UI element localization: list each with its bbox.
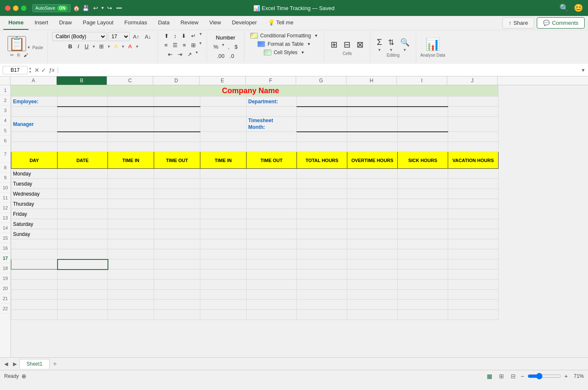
cell-A13[interactable]: Saturday: [11, 219, 58, 229]
cell-A20[interactable]: [11, 290, 58, 300]
cell-C14[interactable]: [108, 229, 154, 239]
cell-E10[interactable]: [200, 189, 247, 199]
cell-J5[interactable]: [448, 132, 499, 142]
cell-H3[interactable]: [347, 107, 398, 117]
cell-C15[interactable]: [108, 239, 154, 249]
cell-F13[interactable]: [247, 219, 297, 229]
cell-company-name[interactable]: Company Name: [154, 86, 347, 97]
row-num-7[interactable]: 7: [0, 146, 10, 162]
cell-D8[interactable]: [154, 169, 200, 179]
cell-B11[interactable]: [58, 199, 108, 209]
cell-I8[interactable]: [398, 169, 448, 179]
sum-dropdown[interactable]: ▼: [378, 48, 381, 52]
cell-ref-arrows[interactable]: ▲ ▼: [29, 66, 32, 74]
wrap-dropdown[interactable]: ▼: [199, 32, 202, 40]
cell-J10[interactable]: [448, 189, 499, 199]
cell-G12[interactable]: [297, 209, 347, 219]
cell-H16[interactable]: [347, 249, 398, 259]
cell-C13[interactable]: [108, 219, 154, 229]
cell-D13[interactable]: [154, 219, 200, 229]
cell-styles-item[interactable]: Cell Styles ▼: [262, 49, 307, 56]
cell-D22[interactable]: [154, 310, 200, 320]
cell-F20[interactable]: [247, 290, 297, 300]
sort-filter-btn[interactable]: ⇅: [386, 37, 396, 48]
cell-I14[interactable]: [398, 229, 448, 239]
cell-H20[interactable]: [347, 290, 398, 300]
row-num-13[interactable]: 13: [0, 213, 10, 223]
cell-J20[interactable]: [448, 290, 499, 300]
cell-H6[interactable]: [347, 142, 398, 152]
row-num-17[interactable]: 17: [0, 253, 10, 263]
cell-H4[interactable]: [347, 117, 398, 132]
zoom-minus-icon[interactable]: −: [521, 373, 524, 380]
cell-J19[interactable]: [448, 280, 499, 290]
cell-E22[interactable]: [200, 310, 247, 320]
cell-F14[interactable]: [247, 229, 297, 239]
col-header-I[interactable]: I: [397, 76, 447, 85]
cell-J1[interactable]: [448, 86, 499, 97]
cell-I16[interactable]: [398, 249, 448, 259]
cell-G8[interactable]: [297, 169, 347, 179]
zoom-plus-icon[interactable]: +: [564, 373, 568, 380]
cell-C16[interactable]: [108, 249, 154, 259]
cell-G16[interactable]: [297, 249, 347, 259]
cell-F12[interactable]: [247, 209, 297, 219]
cell-J12[interactable]: [448, 209, 499, 219]
cell-I18[interactable]: [398, 270, 448, 280]
cell-E4[interactable]: [200, 117, 247, 132]
cell-I9[interactable]: [398, 179, 448, 189]
cell-D14[interactable]: [154, 229, 200, 239]
cell-timein1-header[interactable]: TIME IN: [108, 152, 154, 169]
cell-H12[interactable]: [347, 209, 398, 219]
col-header-E[interactable]: E: [200, 76, 246, 85]
insert-cells-btn[interactable]: ⊞: [328, 39, 340, 50]
cell-B21[interactable]: [58, 300, 108, 310]
cell-vacationhours-header[interactable]: VACATION HOURS: [448, 152, 499, 169]
cell-I6[interactable]: [398, 142, 448, 152]
font-name-select[interactable]: Calibri (Body): [52, 32, 107, 41]
cell-E11[interactable]: [200, 199, 247, 209]
profile-icon[interactable]: 😊: [574, 3, 583, 13]
cell-B20[interactable]: [58, 290, 108, 300]
merge-dropdown[interactable]: ▼: [199, 41, 202, 49]
decrease-decimal-btn[interactable]: .0: [228, 52, 236, 60]
maximize-button[interactable]: [21, 5, 26, 11]
cell-sickhours-header[interactable]: SICK HOURS: [398, 152, 448, 169]
cell-B22[interactable]: [58, 310, 108, 320]
cell-B12[interactable]: [58, 209, 108, 219]
cell-E19[interactable]: [200, 280, 247, 290]
cs-dropdown[interactable]: ▼: [301, 50, 304, 55]
sum-btn[interactable]: Σ: [375, 37, 384, 48]
cell-I11[interactable]: [398, 199, 448, 209]
cell-A21[interactable]: [11, 300, 58, 310]
cell-totalhours-header[interactable]: TOTAL HOURS: [297, 152, 347, 169]
copy-button[interactable]: ⎘: [16, 52, 21, 58]
highlight-dropdown[interactable]: ▼: [121, 44, 125, 49]
cell-C6[interactable]: [108, 142, 154, 152]
cell-E8[interactable]: [200, 169, 247, 179]
col-header-H[interactable]: H: [346, 76, 397, 85]
cell-D18[interactable]: [154, 270, 200, 280]
menu-review[interactable]: Review: [176, 16, 204, 30]
cell-B17[interactable]: [58, 259, 108, 270]
find-select-btn[interactable]: 🔍: [398, 37, 412, 48]
cell-C1[interactable]: [108, 86, 154, 97]
cell-B6[interactable]: [58, 142, 108, 152]
col-header-J[interactable]: J: [447, 76, 498, 85]
menu-home[interactable]: Home: [3, 16, 29, 30]
row-num-4[interactable]: 4: [0, 115, 10, 126]
cell-A12[interactable]: Friday: [11, 209, 58, 219]
cell-J2[interactable]: [448, 97, 499, 107]
cell-A22[interactable]: [11, 310, 58, 320]
cell-H22[interactable]: [347, 310, 398, 320]
orientation-btn[interactable]: ↗: [185, 50, 194, 58]
cell-C3[interactable]: [108, 107, 154, 117]
cell-C4[interactable]: [108, 117, 154, 132]
merge-btn[interactable]: ⊞: [189, 41, 198, 49]
cell-timeout2-header[interactable]: TIME OUT: [247, 152, 297, 169]
cell-D4[interactable]: [154, 117, 200, 132]
cell-G3[interactable]: [297, 107, 347, 117]
cell-J17[interactable]: [448, 259, 499, 270]
col-header-B[interactable]: B: [57, 76, 107, 85]
tab-next-button[interactable]: ▶: [10, 360, 19, 368]
